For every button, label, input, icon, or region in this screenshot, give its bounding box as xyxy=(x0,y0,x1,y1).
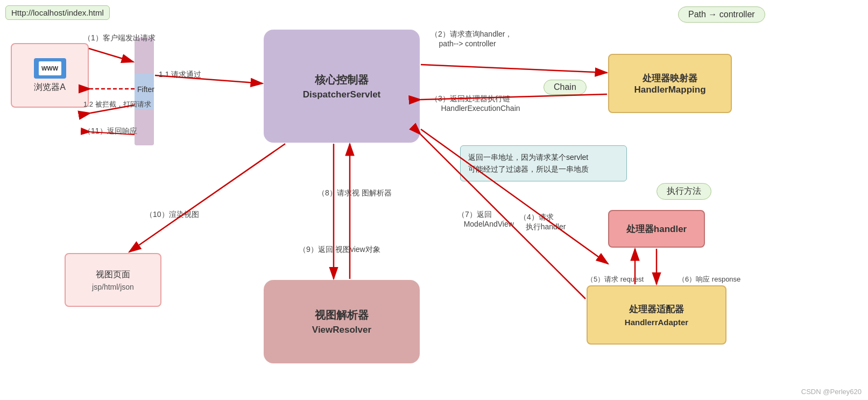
step7-label: （7）返回 ModelAndView xyxy=(457,210,514,228)
svg-line-8 xyxy=(421,65,607,73)
step11-return-label: （11）返回响应 xyxy=(83,127,137,136)
www-text: WWW xyxy=(41,65,58,72)
diagram-container: Http://localhost/index.html WWW 浏览器A Fif… xyxy=(0,0,868,400)
url-label: Http://localhost/index.html xyxy=(5,5,110,20)
svg-line-3 xyxy=(89,48,133,62)
step1-label: （1）客户端发出请求 xyxy=(83,33,156,43)
view-resolver-box: 视图解析器 ViewResolver xyxy=(264,280,420,363)
filter-label: Fifter xyxy=(137,85,154,94)
browser-label: 浏览器A xyxy=(34,82,66,93)
note-box: 返回一串地址，因为请求某个servlet可能经过了过滤器，所以是一串地质 xyxy=(460,145,627,181)
step11-pass-label: 1.1 请求通过 xyxy=(159,70,201,80)
step6-label: （6）响应 response xyxy=(678,275,740,284)
view-resolver-subtitle: ViewResolver xyxy=(312,325,371,335)
exec-method-label: 执行方法 xyxy=(657,183,711,200)
step8-label: （8）请求视 图解析器 xyxy=(317,188,392,198)
step2-label: （2）请求查询handler， path--> controller xyxy=(431,30,513,48)
dispatcher-subtitle: DispatcherServlet xyxy=(303,89,381,100)
handler-adapter-title: 处理器适配器 xyxy=(629,303,684,315)
browser-icon: WWW xyxy=(34,58,66,79)
dispatcher-box: 核心控制器 DispatcherServlet xyxy=(264,30,420,143)
arrows-svg xyxy=(0,0,868,400)
browser-icon-inner: WWW xyxy=(39,61,61,75)
handler-mapping-title: 处理器映射器 xyxy=(643,72,697,85)
view-page-line1: 视图页面 xyxy=(96,269,130,280)
view-page-line2: jsp/html/json xyxy=(92,283,134,291)
handler-adapter-box: 处理器适配器 HandlerrAdapter xyxy=(587,285,726,345)
step12-block-label: 1.2 被拦截，打回请求 xyxy=(83,100,151,109)
filter-seg1 xyxy=(135,38,154,74)
step4-label: （4）请求 执行handler xyxy=(519,213,566,232)
view-page-box: 视图页面 jsp/html/json xyxy=(65,253,161,307)
path-controller-label: Path → controller xyxy=(678,6,765,23)
handler-mapping-box: 处理器映射器 HandlerMapping xyxy=(608,54,732,113)
dispatcher-title: 核心控制器 xyxy=(315,73,369,87)
watermark: CSDN @Perley620 xyxy=(801,388,862,396)
handler-adapter-subtitle: HandlerrAdapter xyxy=(625,318,688,327)
browser-box: WWW 浏览器A xyxy=(11,43,89,108)
step10-label: （10）渲染视图 xyxy=(145,210,199,220)
note-text: 返回一串地址，因为请求某个servlet可能经过了过滤器，所以是一串地质 xyxy=(468,153,589,173)
chain-label: Chain xyxy=(544,80,587,95)
handler-handler-box: 处理器handler xyxy=(608,210,705,248)
handler-handler-label: 处理器handler xyxy=(626,223,687,235)
step9-label: （9）返回 视图view对象 xyxy=(299,245,380,255)
view-resolver-title: 视图解析器 xyxy=(315,308,369,322)
filter-seg3 xyxy=(135,109,154,145)
handler-mapping-subtitle: HandlerMapping xyxy=(634,85,705,95)
svg-line-16 xyxy=(129,144,285,252)
step5-label: （5）请求 request xyxy=(587,275,644,284)
step3-label: （3）返回处理器执行链 HandlerExecutionChain xyxy=(431,94,520,113)
